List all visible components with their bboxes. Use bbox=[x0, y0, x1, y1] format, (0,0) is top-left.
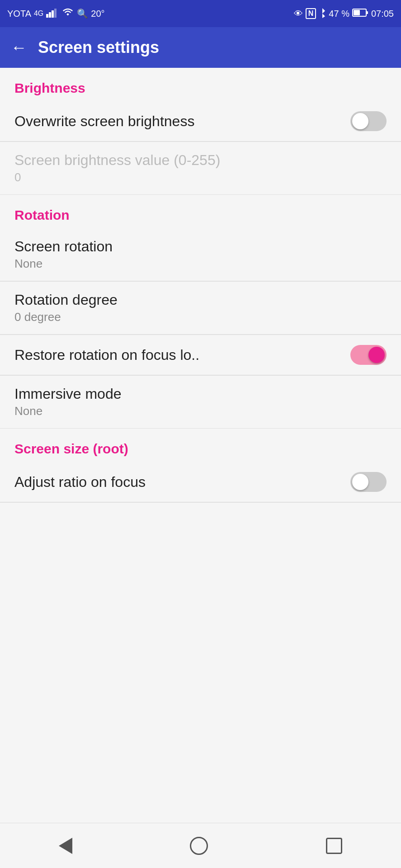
brightness-value-text: Screen brightness value (0-255) 0 bbox=[14, 152, 387, 184]
svg-rect-0 bbox=[46, 14, 48, 18]
screen-rotation-subtitle: None bbox=[14, 257, 387, 271]
svg-rect-2 bbox=[52, 10, 54, 18]
temperature-label: 20° bbox=[91, 9, 104, 19]
screen-rotation-text: Screen rotation None bbox=[14, 238, 387, 271]
toggle-knob-on bbox=[368, 347, 385, 363]
status-right: 👁 N 47 % 07:05 bbox=[294, 7, 394, 20]
brightness-section: Brightness Overwrite screen brightness S… bbox=[0, 68, 401, 195]
restore-rotation-text: Restore rotation on focus lo.. bbox=[14, 347, 350, 363]
screen-size-section: Screen size (root) Adjust ratio on focus bbox=[0, 429, 401, 503]
app-bar: ← Screen settings bbox=[0, 27, 401, 68]
battery-icon bbox=[352, 8, 368, 19]
immersive-mode-subtitle: None bbox=[14, 404, 387, 418]
brightness-value-item[interactable]: Screen brightness value (0-255) 0 bbox=[0, 142, 401, 195]
adjust-ratio-text: Adjust ratio on focus bbox=[14, 474, 350, 491]
restore-rotation-item[interactable]: Restore rotation on focus lo.. bbox=[0, 335, 401, 375]
search-icon: 🔍 bbox=[77, 8, 88, 19]
wifi-icon bbox=[61, 8, 74, 20]
brightness-value-title: Screen brightness value (0-255) bbox=[14, 152, 387, 169]
nfc-icon: N bbox=[306, 8, 316, 19]
svg-rect-3 bbox=[54, 9, 57, 18]
bluetooth-icon bbox=[319, 7, 326, 20]
signal-icon bbox=[46, 8, 59, 20]
overwrite-brightness-item[interactable]: Overwrite screen brightness bbox=[0, 101, 401, 142]
status-left: YOTA 4G 🔍 20° bbox=[7, 8, 105, 20]
rotation-degree-text: Rotation degree 0 degree bbox=[14, 292, 387, 324]
immersive-mode-item[interactable]: Immersive mode None bbox=[0, 376, 401, 429]
svg-rect-1 bbox=[49, 12, 51, 18]
rotation-section: Rotation Screen rotation None Rotation d… bbox=[0, 195, 401, 429]
rotation-header: Rotation bbox=[0, 195, 401, 228]
brightness-header: Brightness bbox=[0, 68, 401, 101]
immersive-mode-title: Immersive mode bbox=[14, 386, 387, 402]
rotation-degree-item[interactable]: Rotation degree 0 degree bbox=[0, 282, 401, 335]
screen-rotation-title: Screen rotation bbox=[14, 238, 387, 255]
rotation-degree-subtitle: 0 degree bbox=[14, 310, 387, 324]
eye-icon: 👁 bbox=[294, 9, 303, 19]
page-title: Screen settings bbox=[38, 38, 159, 57]
nav-back-button[interactable] bbox=[59, 838, 72, 854]
overwrite-brightness-text: Overwrite screen brightness bbox=[14, 113, 350, 130]
home-circle-icon bbox=[190, 837, 208, 855]
carrier-label: YOTA bbox=[7, 9, 31, 19]
svg-rect-5 bbox=[366, 11, 368, 14]
content-spacer bbox=[0, 503, 401, 684]
brightness-value-subtitle: 0 bbox=[14, 170, 387, 184]
back-button[interactable]: ← bbox=[11, 38, 27, 57]
back-triangle-icon bbox=[59, 838, 72, 854]
screen-size-header: Screen size (root) bbox=[0, 429, 401, 462]
immersive-mode-text: Immersive mode None bbox=[14, 386, 387, 418]
nav-home-button[interactable] bbox=[190, 837, 208, 855]
network-type-label: 4G bbox=[34, 9, 43, 18]
adjust-ratio-title: Adjust ratio on focus bbox=[14, 474, 350, 491]
overwrite-brightness-title: Overwrite screen brightness bbox=[14, 113, 350, 130]
overwrite-brightness-toggle[interactable] bbox=[350, 111, 387, 131]
rotation-degree-title: Rotation degree bbox=[14, 292, 387, 308]
adjust-ratio-item[interactable]: Adjust ratio on focus bbox=[0, 462, 401, 502]
screen-rotation-item[interactable]: Screen rotation None bbox=[0, 228, 401, 281]
nav-recents-button[interactable] bbox=[326, 838, 342, 854]
restore-rotation-title: Restore rotation on focus lo.. bbox=[14, 347, 350, 363]
adjust-ratio-toggle[interactable] bbox=[350, 472, 387, 492]
battery-label: 47 % bbox=[329, 9, 349, 19]
toggle-knob bbox=[352, 113, 368, 129]
time-label: 07:05 bbox=[371, 9, 394, 19]
status-bar: YOTA 4G 🔍 20° 👁 N bbox=[0, 0, 401, 27]
restore-rotation-toggle[interactable] bbox=[350, 345, 387, 365]
recents-square-icon bbox=[326, 838, 342, 854]
bottom-nav bbox=[0, 823, 401, 868]
toggle-knob-adjust bbox=[352, 474, 368, 490]
svg-rect-6 bbox=[354, 10, 360, 15]
content-area: Brightness Overwrite screen brightness S… bbox=[0, 68, 401, 823]
